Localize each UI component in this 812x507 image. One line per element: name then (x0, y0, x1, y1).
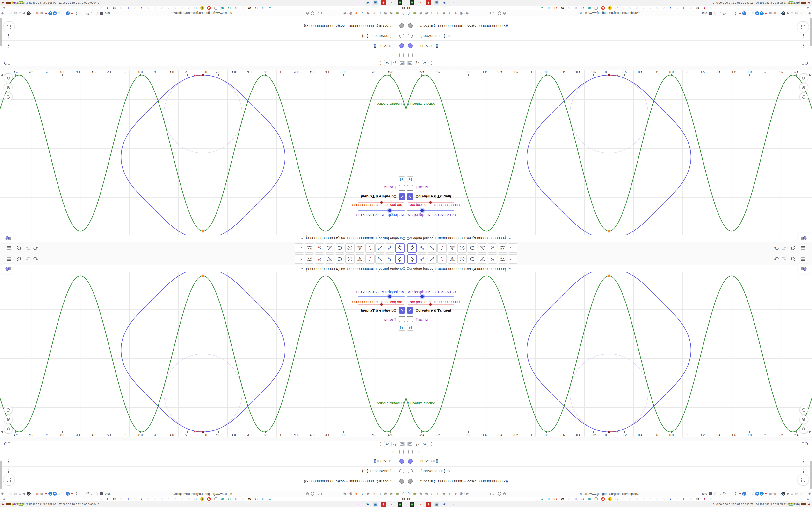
nav-icon[interactable]: ∩ (371, 491, 376, 496)
extension-icon[interactable]: ∨ (760, 492, 764, 496)
tool-slider-button[interactable]: a=2 (498, 243, 507, 252)
graphics-view-menu-button[interactable] (798, 264, 811, 274)
extension-icon[interactable]: + (755, 11, 759, 15)
favicon-icon[interactable]: G (615, 6, 618, 10)
taskbar-icon[interactable]: ▣ (434, 0, 439, 5)
algebra-settings-button[interactable]: ⚙ (384, 60, 390, 66)
tabbar-collapse-icon[interactable]: ∧ (807, 6, 809, 10)
favicon-icon[interactable]: ◌ (153, 6, 157, 10)
functions-list-view-button[interactable] (801, 441, 809, 448)
address-bar-url[interactable]: https://www.geogebra.org/classic/aagcxh3… (172, 10, 232, 16)
favicon-icon[interactable]: ⚙ (696, 6, 700, 10)
favicon-icon[interactable]: ◌ (173, 497, 177, 501)
extension-icon[interactable]: ⚙ (57, 11, 61, 15)
favicon-icon[interactable]: ◌ (241, 497, 245, 501)
favicon-icon[interactable]: G (126, 497, 130, 501)
function-tools-button[interactable]: ƒx (392, 60, 397, 66)
favicon-icon[interactable]: ▲ (200, 6, 204, 10)
visibility-toggle-curves[interactable] (408, 44, 412, 48)
arc-length-slider-knob[interactable] (388, 209, 392, 212)
favicon-icon[interactable]: ◌ (133, 497, 137, 501)
extension-icon[interactable]: ⚙ (0, 492, 5, 496)
favicon-icon[interactable]: G (254, 497, 258, 501)
step-forward-button[interactable] (407, 176, 414, 182)
favicon-icon[interactable]: ◌ (628, 6, 632, 10)
algebra-row-funcs[interactable]: funcs = {1.000000000000 + cos(4.00000000… (406, 19, 812, 31)
shield-icon[interactable] (498, 492, 501, 496)
tool-reflect-button[interactable] (488, 255, 497, 264)
visibility-toggle-curves[interactable] (400, 459, 404, 463)
back-arrow-icon[interactable]: ← (316, 492, 319, 496)
folder-icon[interactable] (321, 12, 325, 15)
nav-icon[interactable]: Y (406, 11, 412, 16)
redo-button[interactable]: ↷ (24, 244, 32, 251)
extension-icon[interactable]: ⚙ (57, 492, 61, 496)
taskbar-icon[interactable]: 64 (443, 0, 447, 5)
zoom-out-button[interactable] (800, 425, 808, 433)
extension-icon[interactable]: ⚙ (0, 11, 5, 15)
nav-icon[interactable]: ∩ (436, 491, 441, 496)
arc-length-slider-knob[interactable] (420, 209, 424, 212)
redo-button[interactable]: ↷ (780, 256, 788, 263)
tool-slider-button[interactable]: a=2 (498, 255, 507, 264)
algebra-row-funcNames[interactable]: funcNames = {" "} ⋮ (0, 31, 406, 40)
arc-length-slider[interactable] (407, 210, 454, 211)
nav-icon[interactable]: ⊕ (441, 11, 447, 16)
favicon-icon[interactable]: ● (669, 6, 672, 10)
favicon-icon[interactable]: G (261, 6, 265, 10)
address-bar-url[interactable]: https://www.geogebra.org/classic/aagcxh3… (172, 491, 232, 497)
favicon-icon[interactable]: ◌ (119, 6, 123, 10)
redo-button[interactable]: ↷ (780, 244, 788, 251)
favicon-icon[interactable]: G (194, 6, 197, 10)
search-button[interactable] (790, 244, 797, 251)
arc-position-slider-knob[interactable] (380, 201, 383, 204)
taskbar-icon[interactable]: ● (418, 502, 423, 507)
tool-line-button[interactable] (427, 243, 437, 252)
nav-icon[interactable]: ⊕ (383, 11, 388, 16)
search-button[interactable] (15, 244, 22, 251)
row-kebab-menu[interactable]: ⋮ (801, 33, 806, 38)
bookmark-star-icon[interactable]: ☆ (714, 491, 717, 496)
nav-icon[interactable]: ∩ (430, 11, 435, 16)
favicon-icon[interactable]: Я (601, 497, 605, 501)
status-expand-icon[interactable]: ∧ (98, 502, 100, 506)
step-forward-button[interactable] (398, 176, 405, 182)
step-forward-button[interactable] (407, 325, 414, 331)
favicon-icon[interactable]: f (703, 497, 706, 501)
undo-button[interactable]: ↶ (32, 256, 39, 263)
reload-icon[interactable]: ↻ (86, 491, 89, 496)
taskbar-icon[interactable]: ▤ (398, 0, 402, 5)
main-menu-button[interactable] (800, 256, 807, 263)
taskbar-icon[interactable]: ▤ (398, 502, 402, 507)
favicon-icon[interactable]: G (234, 497, 238, 501)
curvature-tangent-checkbox[interactable]: ✓ (407, 193, 413, 200)
folder-icon[interactable] (487, 12, 491, 15)
translate-icon[interactable]: A (100, 492, 103, 495)
taskbar-icon[interactable]: ⚙ (426, 0, 431, 5)
favicon-icon[interactable]: G (227, 497, 231, 501)
favicon-icon[interactable]: ◌ (662, 6, 666, 10)
function-tools-button[interactable]: ƒx (392, 441, 397, 447)
favicon-icon[interactable]: ◌ (166, 497, 170, 501)
visibility-toggle-curves[interactable] (400, 44, 404, 48)
extension-icon[interactable]: ◍ (35, 11, 39, 15)
algebra-style-button[interactable] (407, 60, 413, 66)
tool-move-graphics-button[interactable] (508, 243, 517, 252)
favicon-icon[interactable]: ◌ (709, 497, 713, 501)
bookmark-star-icon[interactable]: ☆ (714, 11, 717, 16)
nav-icon[interactable]: / (360, 491, 365, 496)
extension-icon[interactable]: ◆ (785, 11, 790, 15)
favicon-icon[interactable]: G (615, 497, 618, 501)
taskbar-icon[interactable]: ● (389, 0, 394, 5)
visibility-toggle-funcs[interactable] (408, 23, 412, 28)
nav-icon[interactable]: / (360, 11, 365, 16)
function-tools-button[interactable]: ƒx (415, 60, 420, 66)
taskbar-icon[interactable]: ⚙ (381, 0, 386, 5)
taskbar-icon[interactable]: 64 (365, 502, 369, 507)
favicon-icon[interactable]: ◌ (166, 6, 170, 10)
favicon-icon[interactable]: ◌ (567, 6, 571, 10)
extension-icon[interactable]: ♤ (799, 492, 803, 496)
algebra-row-curves[interactable]: curves = {} ⋮ (406, 456, 812, 467)
row-kebab-menu[interactable]: ⋮ (6, 33, 11, 38)
extension-icon[interactable]: ◇ (790, 492, 794, 496)
